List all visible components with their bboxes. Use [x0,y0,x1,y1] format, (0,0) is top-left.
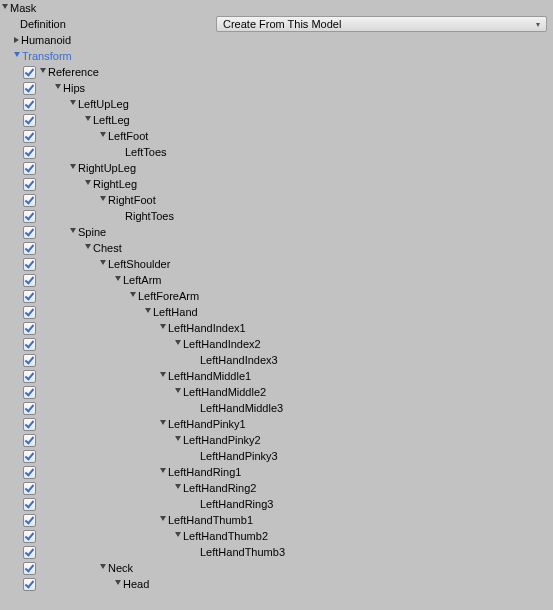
transform-foldout-icon[interactable] [14,52,20,60]
tree-checkbox[interactable] [23,466,36,479]
foldout-icon[interactable] [175,484,181,492]
tree-row-leftforearm[interactable]: LeftForeArm [0,288,553,304]
tree-checkbox[interactable] [23,434,36,447]
tree-checkbox[interactable] [23,274,36,287]
tree-row-spine[interactable]: Spine [0,224,553,240]
foldout-icon[interactable] [175,436,181,444]
tree-row-lefthandindex1[interactable]: LeftHandIndex1 [0,320,553,336]
tree-checkbox[interactable] [23,450,36,463]
tree-row-lefthandring3[interactable]: LeftHandRing3 [0,496,553,512]
tree-checkbox[interactable] [23,146,36,159]
tree-row-lefthand[interactable]: LeftHand [0,304,553,320]
tree-checkbox[interactable] [23,562,36,575]
foldout-icon[interactable] [130,292,136,300]
tree-row-lefthandthumb3[interactable]: LeftHandThumb3 [0,544,553,560]
tree-row-leftshoulder[interactable]: LeftShoulder [0,256,553,272]
tree-row-head[interactable]: Head [0,576,553,592]
foldout-icon[interactable] [175,388,181,396]
foldout-icon[interactable] [100,132,106,140]
tree-checkbox[interactable] [23,210,36,223]
foldout-icon[interactable] [160,420,166,428]
tree-row-leftleg[interactable]: LeftLeg [0,112,553,128]
foldout-icon[interactable] [85,180,91,188]
tree-checkbox[interactable] [23,338,36,351]
foldout-icon[interactable] [160,468,166,476]
tree-checkbox[interactable] [23,498,36,511]
tree-checkbox[interactable] [23,322,36,335]
tree-node-label: Reference [48,66,99,78]
tree-checkbox[interactable] [23,242,36,255]
tree-row-lefthandindex2[interactable]: LeftHandIndex2 [0,336,553,352]
foldout-icon[interactable] [115,276,121,284]
tree-row-neck[interactable]: Neck [0,560,553,576]
tree-row-lefthandpinky1[interactable]: LeftHandPinky1 [0,416,553,432]
tree-row-lefthandring2[interactable]: LeftHandRing2 [0,480,553,496]
tree-row-lefthandmiddle1[interactable]: LeftHandMiddle1 [0,368,553,384]
foldout-icon[interactable] [160,516,166,524]
tree-checkbox[interactable] [23,82,36,95]
foldout-icon[interactable] [70,228,76,236]
tree-row-hips[interactable]: Hips [0,80,553,96]
tree-checkbox[interactable] [23,178,36,191]
tree-checkbox[interactable] [23,546,36,559]
foldout-icon[interactable] [175,340,181,348]
tree-checkbox[interactable] [23,514,36,527]
tree-checkbox[interactable] [23,98,36,111]
tree-row-righttoes[interactable]: RightToes [0,208,553,224]
tree-checkbox[interactable] [23,194,36,207]
tree-row-lefthandindex3[interactable]: LeftHandIndex3 [0,352,553,368]
tree-checkbox[interactable] [23,418,36,431]
tree-row-leftarm[interactable]: LeftArm [0,272,553,288]
foldout-icon[interactable] [55,84,61,92]
tree-checkbox[interactable] [23,402,36,415]
foldout-icon[interactable] [85,244,91,252]
humanoid-foldout-icon[interactable] [14,37,19,43]
tree-row-leftupleg[interactable]: LeftUpLeg [0,96,553,112]
tree-checkbox[interactable] [23,258,36,271]
tree-checkbox[interactable] [23,370,36,383]
tree-checkbox[interactable] [23,578,36,591]
tree-checkbox[interactable] [23,306,36,319]
foldout-icon[interactable] [100,564,106,572]
tree-row-lefthandring1[interactable]: LeftHandRing1 [0,464,553,480]
foldout-icon[interactable] [40,68,46,76]
humanoid-toggle-label[interactable]: Humanoid [21,34,71,46]
transform-toggle-label[interactable]: Transform [22,50,72,62]
foldout-icon[interactable] [70,164,76,172]
tree-row-rightfoot[interactable]: RightFoot [0,192,553,208]
tree-checkbox[interactable] [23,386,36,399]
tree-row-lefthandmiddle3[interactable]: LeftHandMiddle3 [0,400,553,416]
foldout-icon[interactable] [70,100,76,108]
foldout-icon[interactable] [160,324,166,332]
tree-row-lefthandpinky2[interactable]: LeftHandPinky2 [0,432,553,448]
foldout-icon[interactable] [85,116,91,124]
tree-checkbox[interactable] [23,354,36,367]
tree-row-reference[interactable]: Reference [0,64,553,80]
tree-checkbox[interactable] [23,226,36,239]
tree-checkbox[interactable] [23,530,36,543]
foldout-icon[interactable] [115,580,121,588]
tree-row-lefttoes[interactable]: LeftToes [0,144,553,160]
mask-foldout-icon[interactable] [2,4,8,12]
tree-row-rightleg[interactable]: RightLeg [0,176,553,192]
foldout-icon[interactable] [145,308,151,316]
tree-row-rightupleg[interactable]: RightUpLeg [0,160,553,176]
tree-checkbox[interactable] [23,114,36,127]
foldout-icon[interactable] [100,260,106,268]
tree-row-leftfoot[interactable]: LeftFoot [0,128,553,144]
tree-node-label: LeftShoulder [108,258,170,270]
tree-row-lefthandpinky3[interactable]: LeftHandPinky3 [0,448,553,464]
tree-checkbox[interactable] [23,482,36,495]
tree-checkbox[interactable] [23,290,36,303]
tree-row-lefthandthumb1[interactable]: LeftHandThumb1 [0,512,553,528]
definition-dropdown[interactable]: Create From This Model ▾ [216,16,547,32]
tree-row-chest[interactable]: Chest [0,240,553,256]
tree-checkbox[interactable] [23,162,36,175]
foldout-icon[interactable] [175,532,181,540]
tree-row-lefthandmiddle2[interactable]: LeftHandMiddle2 [0,384,553,400]
tree-checkbox[interactable] [23,66,36,79]
tree-checkbox[interactable] [23,130,36,143]
foldout-icon[interactable] [160,372,166,380]
tree-row-lefthandthumb2[interactable]: LeftHandThumb2 [0,528,553,544]
foldout-icon[interactable] [100,196,106,204]
